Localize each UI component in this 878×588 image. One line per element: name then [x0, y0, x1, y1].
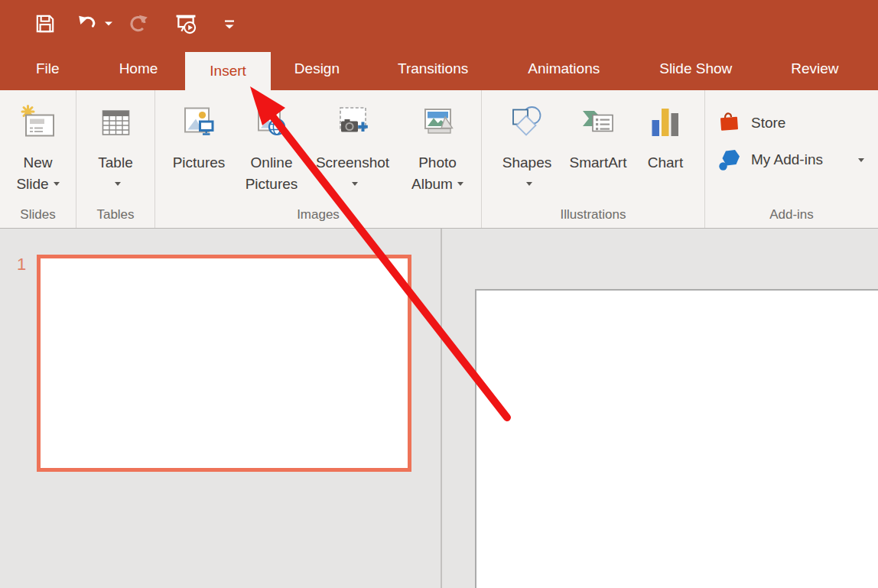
pictures-button[interactable]: Pictures	[164, 90, 233, 174]
save-button[interactable]	[34, 7, 57, 41]
redo-button[interactable]	[127, 7, 150, 41]
workspace: 1	[0, 229, 878, 588]
ribbon-group-illustrations: Shapes SmartArt	[482, 90, 705, 228]
undo-icon	[76, 12, 99, 35]
new-slide-button[interactable]: New Slide	[5, 90, 71, 195]
label-line: Screenshot	[316, 154, 389, 171]
ribbon-insert: New Slide Slides Table	[0, 90, 878, 229]
dropdown-arrow-icon	[858, 158, 864, 162]
smartart-icon	[580, 100, 616, 145]
slide-canvas[interactable]	[475, 289, 878, 588]
new-slide-icon	[20, 100, 57, 145]
chevron-down-icon	[105, 21, 112, 27]
label-line: SmartArt	[570, 154, 627, 171]
chart-label: Chart	[648, 152, 683, 174]
table-button[interactable]: Table	[83, 90, 148, 195]
store-button[interactable]: Store	[717, 110, 869, 136]
tab-transitions[interactable]: Transitions	[379, 47, 487, 90]
dropdown-arrow-icon	[526, 182, 532, 186]
tab-review[interactable]: Review	[772, 47, 857, 90]
tab-slide-show[interactable]: Slide Show	[640, 47, 751, 90]
online-pictures-icon	[253, 100, 290, 145]
tab-file[interactable]: File	[17, 47, 79, 90]
slide-number: 1	[17, 255, 26, 275]
quick-access-toolbar	[34, 7, 237, 41]
smartart-label: SmartArt	[570, 152, 627, 174]
redo-icon	[127, 12, 150, 35]
slide-thumbnail-selected[interactable]	[37, 255, 411, 472]
new-slide-label: New Slide	[16, 152, 59, 195]
label-line: Slide	[16, 176, 48, 192]
undo-split-button	[76, 7, 113, 41]
panel-divider[interactable]	[441, 229, 442, 588]
chart-icon	[647, 100, 684, 145]
shapes-button[interactable]: Shapes	[493, 90, 561, 195]
screenshot-icon	[334, 100, 371, 145]
label-line: Pictures	[173, 154, 226, 171]
tab-insert[interactable]: Insert	[185, 52, 271, 90]
ribbon-group-tables: Table Tables	[76, 90, 155, 228]
chart-button[interactable]: Chart	[635, 90, 696, 174]
my-add-ins-icon	[717, 148, 742, 172]
my-add-ins-label: My Add-ins	[751, 151, 823, 168]
smartart-button[interactable]: SmartArt	[561, 90, 635, 174]
ribbon-group-slides: New Slide Slides	[0, 90, 76, 228]
group-label-images: Images	[155, 207, 481, 223]
label-line: Online	[251, 154, 293, 171]
dropdown-arrow-icon	[352, 182, 358, 186]
label-line: New	[23, 154, 52, 171]
screenshot-button[interactable]: Screenshot	[310, 90, 395, 195]
online-pictures-button[interactable]: Online Pictures	[233, 90, 310, 195]
label-line: Photo	[418, 154, 457, 171]
label-line: Chart	[648, 154, 683, 171]
photo-album-button[interactable]: Photo Album	[395, 90, 480, 195]
powerpoint-window: File Home Insert Design Transitions Anim…	[0, 0, 878, 588]
group-label-add-ins: Add-ins	[705, 207, 878, 223]
ribbon-group-images: Pictures Online Pictures	[155, 90, 482, 228]
slideshow-icon	[173, 11, 199, 37]
label-line: Album	[411, 176, 453, 192]
group-label-tables: Tables	[76, 207, 154, 223]
title-bar	[0, 0, 878, 47]
shapes-icon	[509, 100, 545, 145]
label-line: Shapes	[502, 154, 551, 171]
customize-quick-access-toolbar-button[interactable]	[222, 7, 237, 41]
store-label: Store	[751, 115, 785, 132]
shapes-label: Shapes	[502, 152, 551, 195]
table-icon	[97, 100, 134, 145]
tab-design[interactable]: Design	[275, 47, 359, 90]
screenshot-label: Screenshot	[316, 152, 389, 195]
group-label-slides: Slides	[0, 207, 76, 223]
pictures-label: Pictures	[173, 152, 226, 174]
customize-icon	[222, 16, 237, 31]
table-label: Table	[98, 152, 132, 195]
label-line: Pictures	[246, 176, 298, 192]
online-pictures-label: Online Pictures	[246, 152, 298, 195]
dropdown-arrow-icon	[457, 182, 463, 186]
save-icon	[34, 12, 57, 35]
undo-button[interactable]	[76, 7, 99, 41]
undo-dropdown[interactable]	[103, 7, 113, 41]
photo-album-label: Photo Album	[411, 152, 463, 195]
dropdown-arrow-icon	[54, 182, 60, 186]
label-line: Table	[98, 154, 132, 171]
pictures-icon	[180, 100, 217, 145]
tab-home[interactable]: Home	[100, 47, 177, 90]
ribbon-tab-bar: File Home Insert Design Transitions Anim…	[0, 47, 878, 90]
start-from-beginning-button[interactable]	[173, 7, 199, 41]
ribbon-group-add-ins: Store My Add-ins Add-ins	[705, 90, 878, 228]
my-add-ins-button[interactable]: My Add-ins	[717, 147, 869, 173]
tab-animations[interactable]: Animations	[509, 47, 619, 90]
dropdown-arrow-icon	[115, 182, 121, 186]
slide-thumbnail-panel: 1	[0, 229, 441, 588]
group-label-illustrations: Illustrations	[482, 207, 704, 223]
photo-album-icon	[419, 100, 456, 145]
store-icon	[717, 111, 742, 135]
